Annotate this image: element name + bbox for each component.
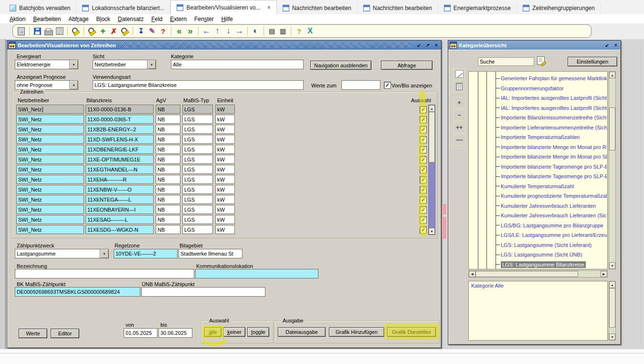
cell-netzbetreiber[interactable]: SWI_Netz [16,185,84,194]
cell-mabis_typ[interactable]: LGS [182,195,213,204]
cell-einheit[interactable]: kW [215,105,235,114]
cell-netzbetreiber[interactable]: SWI_Netz [16,135,84,144]
tab-lokationsscharfe-bilanziert[interactable]: Lokationsscharfe bilanziert... [76,1,170,14]
record-info-icon[interactable]: ▤ [266,26,277,37]
cell-netzbetreiber[interactable]: SWI_Netz [16,215,84,224]
cell-einheit[interactable]: kW [215,115,235,124]
auswahl-checkbox[interactable]: ✓ [420,116,427,123]
tree-item[interactable]: LGS/BG: Lastgangsumme pro Bilanzgruppe [496,221,607,230]
scroll-down-icon[interactable]: ↓ [223,26,234,37]
cell-mabis_typ[interactable]: LGS [182,165,213,174]
tree-item[interactable]: Kumulierter Jahresverbrauch Lieferanten [496,201,607,211]
cell-mabis_typ[interactable]: LGS [182,105,213,114]
alle-button[interactable]: alle [204,327,222,337]
tree-item[interactable]: Kumulierter Jahresverbrauch Lieferanten … [496,211,607,220]
tree-item[interactable]: IAL: Importiertes ausgerolltes Lastprofi… [496,93,607,103]
cell-agv[interactable]: NB [156,195,180,204]
tree-horizontal-scrollbar[interactable]: ◀ ▶ [468,270,608,278]
cell-mabis_typ[interactable]: LGS [182,205,213,214]
auswahl-checkbox[interactable]: ✓ [420,156,427,163]
comment-icon[interactable]: ? [294,26,305,37]
edit-field-icon[interactable]: ✎ [147,26,158,37]
tab-nachrichten-bearbeiten[interactable]: Nachrichten bearbeiten [277,1,358,14]
cell-agv[interactable]: NB [156,135,180,144]
tab-batchjobs-verwalten[interactable]: Batchjobs verwalten [4,1,76,14]
tree-item[interactable]: Importierte Lieferantensummenzeitreihe (… [496,123,607,132]
cell-netzbetreiber[interactable]: SWI_Netz [16,155,84,164]
scroll-up-icon[interactable]: ↑ [212,26,223,37]
cell-bilanzkreis[interactable]: 11XE-OPTIMUMEG1E [85,155,154,164]
tree-item[interactable]: LGS: Lastgangsumme Bilanzkreise [496,260,607,269]
cell-einheit[interactable]: kW [215,215,235,224]
cell-bilanzkreis[interactable]: 11XEHA---------R [85,175,154,184]
tab-energiemarktprozesse[interactable]: Energiemarktprozesse [438,1,517,14]
cell-einheit[interactable]: kW [215,185,235,194]
scrollbar-thumb[interactable] [609,107,615,150]
tree-item[interactable]: Importierte bilanzierte Tagesmenge pro S… [496,171,607,181]
cell-agv[interactable]: NB [156,115,180,124]
grafik-darstellen-button[interactable]: Grafik Darstellen [387,327,436,337]
cell-mabis_typ[interactable]: LGS [182,125,213,134]
fetch-next-icon[interactable]: ↧ [136,26,147,37]
delete-record-icon[interactable]: ✗ [108,26,119,37]
cell-netzbetreiber[interactable]: SWI_Netz [16,195,84,204]
menu-fenster[interactable]: Fenster [190,16,218,22]
excel-export-icon[interactable]: X [305,26,316,37]
navigation-ausblenden-button[interactable]: Navigation ausblenden [310,61,371,70]
cell-agv[interactable]: NB [156,145,180,154]
tree-item[interactable]: Generierter Fahrplan für gemessene Markt… [496,74,607,83]
cell-mabis_typ[interactable]: LGS [182,185,213,194]
auswahl-checkbox[interactable]: ✓ [420,226,427,234]
close-icon[interactable]: × [433,42,440,48]
previous-block-icon[interactable]: « [174,26,185,37]
cell-einheit[interactable]: kW [215,225,235,234]
cell-mabis_typ[interactable]: LGS [182,175,213,184]
menu-aktion[interactable]: Aktion [6,16,29,22]
cell-bilanzkreis[interactable]: 11XB2B-ENERGY--2 [85,125,154,134]
cell-agv[interactable]: NB [156,125,180,134]
scrollbar-thumb[interactable] [429,112,435,162]
tree-scrollbar[interactable]: ▲ ▼ [609,71,616,269]
cell-agv[interactable]: NB [156,205,180,214]
maximize-icon[interactable]: ↗ [424,42,431,48]
info-scrollbar[interactable]: ▲ ▼ [609,281,616,341]
bilagebiet-input[interactable]: Stadtwerke Ilmenau St [179,249,243,258]
chevron-down-icon[interactable]: ▼ [147,60,156,69]
cell-mabis_typ[interactable]: LGS [182,215,213,224]
von-bis-checkbox[interactable]: ✓ [384,82,391,89]
editor-button[interactable]: Editor [51,329,79,338]
bezeichnung-input[interactable] [15,269,194,278]
grafik-hinzufuegen-button[interactable]: Grafik Hinzufügen [329,327,384,337]
enter-query-icon[interactable] [70,26,81,37]
expand-all-icon[interactable]: ++ [453,122,465,133]
kommunikationslokation-input[interactable] [195,269,318,278]
cell-mabis_typ[interactable]: LGS [182,135,213,144]
expand-node-icon[interactable]: + [453,97,465,108]
tab-nachrichten-bearbeiten[interactable]: Nachrichten bearbeiten [358,1,438,14]
bis-input[interactable]: 30.06.2025 [158,328,192,338]
scroll-left-icon[interactable]: ◀ [469,271,475,277]
auswahl-checkbox[interactable]: ✓ [420,196,427,203]
regelzone-input[interactable]: 10YDE-VE-------2 [114,249,178,258]
cell-agv[interactable]: NB [156,225,180,234]
auswahl-checkbox[interactable]: ✓ [420,126,427,133]
cell-bilanzkreis[interactable]: 11XESAG--------L [85,215,154,224]
exit-icon[interactable] [16,26,27,37]
cell-einheit[interactable]: kW [215,125,235,134]
energieart-select[interactable]: Elektroenergie ▼ [15,60,78,69]
cell-einheit[interactable]: kW [215,155,235,164]
collapse-all-icon[interactable]: −− [453,134,465,146]
cell-agv[interactable]: NB [156,155,180,164]
cell-mabis_typ[interactable]: LGS [182,145,213,154]
cell-einheit[interactable]: kW [215,135,235,144]
new-category-icon[interactable] [453,68,465,80]
clipboard-icon[interactable]: ▥ [277,26,288,37]
auswahl-checkbox[interactable]: ✓ [420,136,427,143]
cell-agv[interactable]: NB [156,215,180,224]
tree-item[interactable]: IAL: Importiertes ausgerolltes Lastprofi… [496,103,607,113]
delete-category-icon[interactable] [453,81,465,92]
tree-item[interactable]: Gruppennormierungsfaktor [496,84,607,93]
suche-input[interactable]: Suche [478,57,534,66]
list-icon[interactable] [54,26,65,37]
collapse-node-icon[interactable]: − [453,109,465,121]
